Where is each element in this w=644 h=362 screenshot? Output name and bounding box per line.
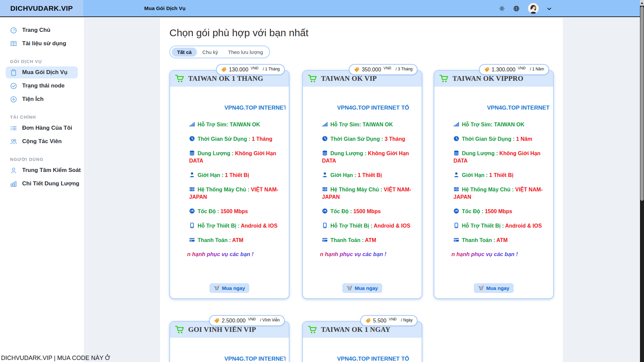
feature-label: Hỗ Trợ Sim: xyxy=(198,122,228,127)
sidebar-item-cộng-tác-viên[interactable]: Cộng Tác Viên xyxy=(0,135,84,148)
buy-now-label: Mua ngay xyxy=(486,285,509,291)
plan-card: 1.300.000VNĐ/ 1 NămTAIWAN OK VIPPROVPN4G… xyxy=(434,70,554,299)
price-currency: VNĐ xyxy=(389,317,396,321)
page-scrollbar[interactable] xyxy=(640,0,644,362)
buy-now-button[interactable]: Mua ngay xyxy=(474,283,514,293)
main-panel: Chọn gói phù hợp với bạn nhất Tất cảChu … xyxy=(160,18,563,362)
sidebar-item-tiện-ích[interactable]: Tiện Ích xyxy=(0,93,84,106)
feature-value: 1500 Mbps xyxy=(353,208,381,214)
person-icon xyxy=(322,172,330,178)
feature-label: Hỗ Trợ Thiết Bị : xyxy=(462,223,504,229)
card-feature-row: Hỗ Trợ Thiết Bị : Android & IOS xyxy=(453,222,550,230)
price-period: / Ngày xyxy=(401,318,413,322)
card-marquee-text: VPN4G.TOP INTERNET T xyxy=(189,355,285,362)
tab-chu-kỳ[interactable]: Chu kỳ xyxy=(198,48,223,57)
sidebar-item-tài-liệu-sử-dụng[interactable]: Tài liệu sử dụng xyxy=(0,37,84,50)
card-feature-row: Hệ Thống Máy Chủ : VIỆT NAM- JAPAN xyxy=(453,186,550,201)
price-period: / 1 Tháng xyxy=(263,67,280,71)
card-feature-row: Dung Lượng : Không Giới Hạn DATA xyxy=(453,150,550,165)
card-footer-marquee: n hạnh phục vụ các bạn ! xyxy=(451,251,518,257)
card-feature-row: Tốc Độ : 1500 Mbps xyxy=(189,208,285,215)
status-bar-link-preview: DICHVUDARK.VIP | MUA CODE NÀY Ở xyxy=(1,355,110,362)
price-period: / Vĩnh Viễn xyxy=(260,318,280,322)
buy-now-button[interactable]: Mua ngay xyxy=(342,283,382,293)
sidebar-item-đơn-hàng-của-tôi[interactable]: Đơn Hàng Của Tôi xyxy=(0,121,84,135)
feature-label: Dung Lượng : xyxy=(198,150,233,156)
language-globe-icon[interactable] xyxy=(513,5,520,12)
sidebar-item-label: Mua Gói Dịch Vụ xyxy=(22,69,67,76)
feature-value: 1 Tháng xyxy=(252,136,272,142)
feature-label: Giới Hạn : xyxy=(198,172,223,178)
tab-tất-cả[interactable]: Tất cả xyxy=(172,48,197,57)
buy-now-button[interactable]: Mua ngay xyxy=(209,283,249,293)
feature-value: 1500 Mbps xyxy=(485,208,512,214)
database-icon xyxy=(322,150,330,156)
cart-icon xyxy=(175,74,185,83)
settings-gear-icon[interactable] xyxy=(499,5,505,12)
scroll-up-arrow-icon xyxy=(641,2,643,4)
sidebar-item-trung-tâm-kiểm-soát[interactable]: Trung Tâm Kiểm Soát xyxy=(0,164,84,177)
card-title: GOI VINH VIỄN VIP xyxy=(188,325,256,334)
sidebar-item-chi-tiết-dung-lượng[interactable]: Chi Tiết Dung Lượng xyxy=(0,177,84,190)
sidebar-section-header: TÀI CHÍNH xyxy=(0,113,84,121)
buy-now-label: Mua ngay xyxy=(222,285,245,291)
feature-label: Dung Lượng : xyxy=(330,150,366,156)
feature-value: TAIWAN OK xyxy=(494,122,524,127)
card-body: VPN4G.TOP INTERNET TỐHỗ Trợ Sim: TAIWAN … xyxy=(303,86,422,274)
buy-now-label: Mua ngay xyxy=(355,285,378,291)
feature-label: Thanh Toán : xyxy=(462,237,495,243)
sidebar: Trang ChủTài liệu sử dụngGÓI DỊCH VỤMua … xyxy=(0,18,84,362)
topbar: Mua Gói Dịch Vụ xyxy=(83,0,640,17)
card-feature-row: Thanh Toán : ATM xyxy=(189,237,285,244)
card-feature-row: Tốc Độ : 1500 Mbps xyxy=(453,208,550,215)
card-feature-row: Thanh Toán : ATM xyxy=(322,237,418,244)
card-title: TAIWAN OK VIPPRO xyxy=(452,74,523,83)
sidebar-item-label: Trang Chủ xyxy=(22,27,50,34)
brand-logo[interactable]: DICHVUDARK.VIP xyxy=(0,0,83,17)
chevron-down-icon[interactable] xyxy=(547,6,552,11)
filter-tabs: Tất cảChu kỳTheo lưu lượng xyxy=(169,46,270,58)
card-body: VPN4G.TOP INTERNET TỐ xyxy=(303,338,422,362)
card-marquee-text: VPN4G.TOP INTERNET TỐ xyxy=(322,104,418,112)
card-feature-row: Giới Hạn : 1 Thiết Bị xyxy=(322,172,418,179)
tag-icon xyxy=(214,318,219,323)
plan-card: 5.500VNĐ/ NgàyTAIWAN OK 1 NGAYVPN4G.TOP … xyxy=(302,321,422,362)
tab-theo-lưu-lượng[interactable]: Theo lưu lượng xyxy=(223,48,268,57)
price-badge: 1.300.000VNĐ/ 1 Năm xyxy=(479,64,549,75)
cart-small-icon xyxy=(214,286,219,291)
card-marquee-text: VPN4G.TOP INTERNET T xyxy=(453,104,550,112)
tag-icon xyxy=(354,67,359,72)
price-badge: 5.500VNĐ/ Ngày xyxy=(360,315,418,326)
user-avatar[interactable] xyxy=(528,3,539,14)
scroll-up-button[interactable] xyxy=(640,0,644,6)
price-value: 2.500.000 xyxy=(222,318,246,324)
device-icon xyxy=(189,223,198,229)
sidebar-item-mua-gói-dịch-vụ[interactable]: Mua Gói Dịch Vụ xyxy=(6,66,78,78)
price-currency: VNĐ xyxy=(251,66,258,70)
card-feature-row: Giới Hạn : 1 Thiết Bị xyxy=(453,172,550,179)
avatar-image xyxy=(528,3,539,14)
cart-small-icon xyxy=(478,286,484,291)
feature-value: 1 Năm xyxy=(516,136,532,142)
sidebar-item-label: Tiện Ích xyxy=(22,96,44,103)
card-feature-row: Hệ Thống Máy Chủ : VIỆT NAM- JAPAN xyxy=(189,186,285,201)
tag-icon xyxy=(484,67,489,72)
card-body: VPN4G.TOP INTERNET T xyxy=(170,338,289,362)
page-title: Chọn gói phù hợp với bạn nhất xyxy=(169,27,309,39)
sidebar-item-trạng-thái-node[interactable]: Trạng thái node xyxy=(0,79,84,93)
feature-value: ATM xyxy=(232,237,243,243)
card-body: VPN4G.TOP INTERNET THỗ Trợ Sim: TAIWAN O… xyxy=(434,86,553,274)
card-feature-row: Hỗ Trợ Sim: TAIWAN OK xyxy=(322,121,418,128)
sidebar-item-trang-chủ[interactable]: Trang Chủ xyxy=(0,23,84,37)
card-title: TAIWAN OK 1 THANG xyxy=(188,74,263,83)
speed-icon xyxy=(453,208,462,214)
cart-icon xyxy=(175,325,185,334)
card-feature-row: Thời Gian Sử Dụng : 3 Tháng xyxy=(322,135,418,143)
feature-value: TAIWAN OK xyxy=(363,122,393,127)
scrollbar-thumb[interactable] xyxy=(640,6,644,201)
price-currency: VNĐ xyxy=(248,317,256,321)
feature-label: Thời Gian Sử Dụng : xyxy=(330,136,383,142)
device-icon xyxy=(322,223,330,229)
person-icon xyxy=(189,172,198,178)
feature-label: Tốc Độ : xyxy=(330,208,352,214)
